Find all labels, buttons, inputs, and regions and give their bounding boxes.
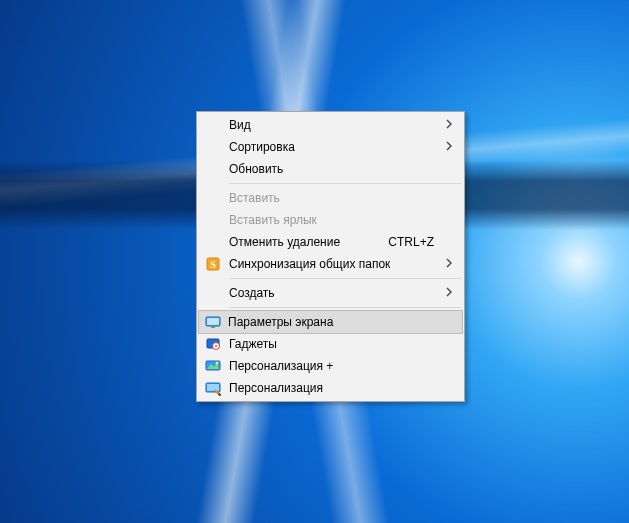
- menu-item-label: Вставить ярлык: [229, 213, 317, 227]
- chevron-right-icon: [446, 140, 454, 154]
- menu-item-personalize[interactable]: Персонализация: [199, 377, 462, 399]
- menu-item-shortcut: CTRL+Z: [388, 235, 434, 249]
- monitor-icon: [205, 314, 221, 330]
- menu-item-display-settings[interactable]: Параметры экрана: [198, 310, 463, 334]
- menu-item-label: Вставить: [229, 191, 280, 205]
- svg-text:S: S: [210, 259, 216, 270]
- svg-rect-4: [211, 326, 215, 328]
- svg-rect-3: [207, 318, 219, 325]
- menu-item-label: Отменить удаление: [229, 235, 340, 249]
- menu-item-personalize-plus[interactable]: Персонализация +: [199, 355, 462, 377]
- menu-item-undo-delete[interactable]: Отменить удаление CTRL+Z: [199, 231, 462, 253]
- gadgets-icon: [205, 336, 221, 352]
- desktop-context-menu: Вид Сортировка Обновить Вставить Вставит…: [196, 111, 465, 402]
- chevron-right-icon: [446, 257, 454, 271]
- menu-item-label: Создать: [229, 286, 275, 300]
- menu-item-sync-shared-folders[interactable]: S Синхронизация общих папок: [199, 253, 462, 275]
- menu-separator: [229, 307, 461, 308]
- svg-rect-12: [207, 384, 219, 391]
- menu-item-paste: Вставить: [199, 187, 462, 209]
- chevron-right-icon: [446, 118, 454, 132]
- menu-item-label: Синхронизация общих папок: [229, 257, 390, 271]
- menu-item-label: Сортировка: [229, 140, 295, 154]
- menu-item-paste-shortcut: Вставить ярлык: [199, 209, 462, 231]
- svg-point-7: [215, 345, 217, 347]
- personalize-plus-icon: [205, 358, 221, 374]
- menu-item-label: Персонализация: [229, 381, 323, 395]
- menu-separator: [229, 278, 461, 279]
- sync-icon: S: [205, 256, 221, 272]
- menu-item-label: Персонализация +: [229, 359, 333, 373]
- menu-item-label: Вид: [229, 118, 251, 132]
- chevron-right-icon: [446, 286, 454, 300]
- menu-item-gadgets[interactable]: Гаджеты: [199, 333, 462, 355]
- personalize-icon: [205, 380, 221, 396]
- menu-item-view[interactable]: Вид: [199, 114, 462, 136]
- menu-item-refresh[interactable]: Обновить: [199, 158, 462, 180]
- menu-item-new[interactable]: Создать: [199, 282, 462, 304]
- menu-item-sort[interactable]: Сортировка: [199, 136, 462, 158]
- menu-separator: [229, 183, 461, 184]
- menu-item-label: Обновить: [229, 162, 283, 176]
- menu-item-label: Гаджеты: [229, 337, 277, 351]
- svg-point-10: [216, 362, 219, 365]
- menu-item-label: Параметры экрана: [228, 315, 333, 329]
